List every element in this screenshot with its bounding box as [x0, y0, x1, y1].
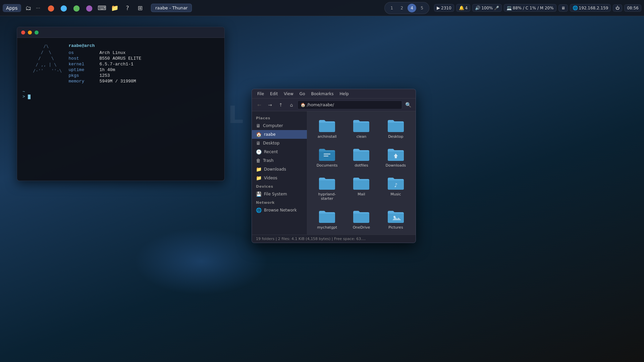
- fm-menu-go[interactable]: Go: [297, 91, 308, 97]
- fm-sidebar-downloads[interactable]: 📁 Downloads: [252, 165, 307, 174]
- apps-button[interactable]: Apps: [3, 4, 21, 12]
- file-onedrive-name: OneDrive: [353, 225, 370, 230]
- taskbar-help-icon[interactable]: ?: [122, 3, 133, 13]
- fm-menu-bookmarks[interactable]: Bookmarks: [308, 91, 336, 97]
- file-desktop[interactable]: Desktop: [380, 115, 412, 141]
- file-music[interactable]: ♪ Music: [380, 173, 412, 203]
- fm-sidebar-filesystem[interactable]: 💾 File System: [252, 190, 307, 198]
- fm-sidebar-computer-label: Computer: [263, 123, 283, 128]
- taskbar-browser3-icon[interactable]: ⬤: [71, 3, 82, 13]
- folder-icon-downloads: [387, 147, 405, 162]
- fm-main-area: Places 🖥 Computer 🏠 raabe 🖥 Desktop 🕐 Re…: [252, 111, 416, 235]
- taskbar-browser1-icon[interactable]: ⬤: [46, 3, 56, 13]
- folder-icon-dotfiles: [353, 147, 370, 162]
- terminal-content[interactable]: /\ / \ / \ / ,, | \ /-'' ''-\ raabe@arch…: [17, 38, 224, 181]
- fm-places-label: Places: [252, 114, 307, 121]
- workspace-2[interactable]: 2: [397, 4, 406, 12]
- file-pictures-name: Pictures: [388, 225, 403, 230]
- workspace-4[interactable]: 4: [408, 4, 416, 12]
- fm-search-btn[interactable]: 🔍: [404, 100, 413, 110]
- computer-icon: 🖥: [256, 123, 261, 128]
- svg-rect-1: [324, 156, 328, 157]
- os-label: os: [68, 50, 99, 55]
- folder-icon-clean: [353, 118, 370, 133]
- fm-sidebar-desktop[interactable]: 🖥 Desktop: [252, 139, 307, 147]
- notif-count: 4: [465, 6, 468, 10]
- fm-address-bar[interactable]: 🏠 /home/raabe/: [298, 101, 402, 109]
- tray-notifications[interactable]: 🔔 4: [456, 4, 471, 12]
- tray-cpu[interactable]: 💻 88% / C 1% / M 20%: [504, 4, 556, 12]
- file-downloads[interactable]: Downloads: [380, 144, 412, 170]
- system-tray: ▶ 2310 🔔 4 🔊 100% 🎤 💻 88% / C 1% / M 20%…: [434, 4, 641, 12]
- fm-menu-help[interactable]: Help: [337, 91, 352, 97]
- youtube-icon: ▶: [437, 5, 440, 10]
- recent-icon: 🕐: [256, 149, 262, 155]
- terminal-info-grid: os Arch Linux host B550 AORUS ELITE kern…: [68, 50, 141, 84]
- tray-network[interactable]: 🌐 192.168.2.159: [570, 4, 611, 12]
- file-clean[interactable]: clean: [345, 115, 377, 141]
- folder-icon-archinstall: [318, 118, 336, 133]
- folder-icon-documents: [318, 147, 336, 162]
- bell-icon: 🔔: [459, 5, 464, 10]
- time-value: 08:56: [627, 6, 639, 10]
- videos-folder-icon: 📁: [256, 175, 262, 181]
- desktop-icon: 🖥: [256, 140, 261, 146]
- file-onedrive[interactable]: OneDrive: [345, 206, 377, 232]
- home-icon: 🏠: [256, 132, 262, 137]
- file-music-name: Music: [390, 192, 401, 196]
- file-archinstall[interactable]: archinstall: [311, 115, 343, 141]
- workspace-group: 1 2 4 5: [384, 2, 429, 14]
- filesystem-icon: 💾: [256, 191, 262, 197]
- taskbar-more-icon[interactable]: ···: [36, 5, 40, 11]
- host-label: host: [68, 56, 99, 61]
- file-mychatgpt[interactable]: mychatgpt: [311, 206, 343, 232]
- terminal-close-btn[interactable]: [21, 31, 25, 35]
- taskbar-windows-icon[interactable]: ⊞: [135, 3, 146, 13]
- workspace-1[interactable]: 1: [387, 4, 396, 12]
- tray-display-icon[interactable]: 🖥: [558, 4, 568, 12]
- fm-sidebar-browse-network[interactable]: 🌐 Browse Network: [252, 206, 307, 215]
- file-pictures[interactable]: Pictures: [380, 206, 412, 232]
- fm-sidebar-trash[interactable]: 🗑 Trash: [252, 156, 307, 165]
- tray-power[interactable]: ⏻: [613, 4, 622, 12]
- taskbar-terminal-icon[interactable]: ⌨: [97, 3, 107, 13]
- file-archinstall-name: archinstall: [318, 134, 337, 139]
- taskbar-window-title[interactable]: raabe - Thunar: [151, 4, 192, 12]
- uptime-label: uptime: [68, 67, 99, 72]
- fm-sidebar-computer[interactable]: 🖥 Computer: [252, 121, 307, 130]
- fm-forward-btn[interactable]: →: [265, 100, 275, 110]
- fm-sidebar-videos[interactable]: 📁 Videos: [252, 174, 307, 182]
- taskbar-browser4-icon[interactable]: ⬤: [84, 3, 95, 13]
- taskbar: Apps 🗂 ··· ⬤ ⬤ ⬤ ⬤ ⌨ 📁 ? ⊞ raabe - Thuna…: [0, 0, 644, 16]
- fm-menu-edit[interactable]: Edit: [267, 91, 280, 97]
- tray-clock[interactable]: 08:56: [624, 4, 641, 12]
- tray-volume[interactable]: 🔊 100% 🎤: [472, 4, 501, 12]
- file-desktop-name: Desktop: [388, 134, 403, 139]
- fm-up-btn[interactable]: ↑: [276, 100, 285, 110]
- downloads-folder-icon: 📁: [256, 167, 262, 172]
- file-mail[interactable]: Mail: [345, 173, 377, 203]
- workspace-5[interactable]: 5: [418, 4, 426, 12]
- file-documents[interactable]: Documents: [311, 144, 343, 170]
- file-dotfiles[interactable]: dotfiles: [345, 144, 377, 170]
- taskbar-filemanager-icon[interactable]: 🗂: [23, 3, 34, 13]
- fm-menu-file[interactable]: File: [255, 91, 267, 97]
- fm-home-btn[interactable]: ⌂: [287, 100, 296, 110]
- terminal-prompt-line[interactable]: >: [22, 94, 219, 99]
- fm-sidebar-recent[interactable]: 🕐 Recent: [252, 147, 307, 156]
- terminal-maximize-btn[interactable]: [35, 31, 39, 35]
- file-hyprland[interactable]: hyprland-starter: [311, 173, 343, 203]
- taskbar-folder-icon[interactable]: 📁: [109, 3, 120, 13]
- folder-icon-pictures: [387, 209, 405, 224]
- network-icon: 🌐: [573, 5, 578, 10]
- fm-menu-view[interactable]: View: [281, 91, 296, 97]
- taskbar-browser2-icon[interactable]: ⬤: [58, 3, 69, 13]
- fm-network-label: Network: [252, 198, 307, 206]
- tray-youtube[interactable]: ▶ 2310: [434, 4, 454, 12]
- fm-back-btn[interactable]: ←: [255, 100, 264, 110]
- terminal-minimize-btn[interactable]: [28, 31, 32, 35]
- file-clean-name: clean: [357, 134, 367, 139]
- mic-icon: 🎤: [494, 6, 499, 10]
- fm-sidebar-raabe[interactable]: 🏠 raabe: [252, 130, 307, 139]
- fm-status-text: 19 folders | 2 files: 4.1 KiB (4,158 byt…: [256, 237, 366, 241]
